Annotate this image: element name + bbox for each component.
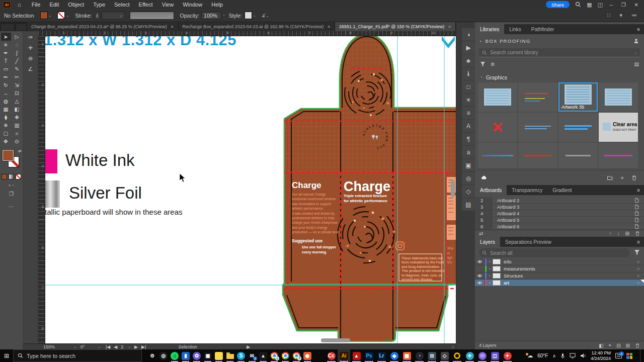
measure-tool[interactable]: ∠: [28, 66, 33, 72]
previous-artboard-button[interactable]: ◀: [114, 344, 117, 349]
tab-gradient[interactable]: Gradient: [547, 185, 577, 195]
panel-menu-icon[interactable]: ≡: [637, 239, 640, 245]
graphics-section-label[interactable]: Graphics: [486, 74, 507, 80]
zoom-tool[interactable]: ⊙: [12, 137, 22, 145]
tab-close-icon[interactable]: ✕: [448, 25, 451, 29]
artboard-row-2[interactable]: 2Artboard 2: [475, 197, 644, 204]
next-artboard-button[interactable]: ▶: [134, 344, 138, 349]
move-down-icon[interactable]: ↓: [617, 231, 620, 236]
mesh-tool[interactable]: ▦: [1, 105, 11, 113]
artboard-row-6[interactable]: 6Artboard 6: [475, 223, 644, 230]
first-artboard-button[interactable]: |◀: [106, 344, 110, 349]
layer-row-measurements[interactable]: ›measurements○: [475, 265, 644, 273]
add-item-icon[interactable]: ＋: [619, 174, 625, 182]
taskbar-mail-icon[interactable]: ✉1: [247, 349, 258, 362]
style-swatch[interactable]: [245, 12, 252, 19]
rotate-tool[interactable]: ↻: [1, 81, 11, 89]
fill-indicator[interactable]: [3, 150, 14, 161]
last-artboard-button[interactable]: ▶|: [141, 344, 146, 349]
artboard-select-icon[interactable]: ⌄: [128, 345, 131, 349]
artboard-name[interactable]: Artboard 3: [492, 204, 519, 210]
rotation-select[interactable]: 0°⌄: [80, 344, 101, 349]
artboard-tool[interactable]: ▢: [1, 129, 11, 137]
menu-type[interactable]: Type: [89, 2, 110, 8]
panel-list-icon[interactable]: ≔: [631, 12, 637, 19]
layer-name[interactable]: art: [504, 280, 509, 286]
screen-mode-icon[interactable]: ❐: [0, 191, 23, 197]
document-tab-2[interactable]: Recharge Box_expanded 2023-04-23.ai @ 16…: [179, 22, 336, 31]
column-graph-tool[interactable]: ▥: [12, 121, 22, 129]
align-icon[interactable]: ⫝̸⌄: [262, 12, 269, 19]
search-icon[interactable]: [575, 2, 581, 8]
sort-icon[interactable]: ≣: [491, 61, 495, 67]
taskbar-hue-app-icon[interactable]: ☉: [476, 349, 489, 362]
taskbar-chrome-profile-2-icon[interactable]: [280, 349, 291, 362]
draw-normal-icon[interactable]: ▪: [9, 183, 11, 188]
taskbar-search[interactable]: [13, 349, 142, 362]
layer-row-info[interactable]: ›info○: [475, 258, 644, 265]
pen-tool[interactable]: ✒: [1, 49, 11, 57]
gradient-tool[interactable]: ◧: [12, 105, 22, 113]
make-mask-icon[interactable]: ◧: [599, 343, 603, 348]
symbol-sprayer-tool[interactable]: ✵: [1, 121, 11, 129]
stroke-panel-icon[interactable]: ≡: [462, 107, 475, 119]
status-expand-icon[interactable]: ▶: [247, 344, 250, 349]
filter-icon[interactable]: [480, 61, 486, 67]
layer-row-Structure[interactable]: ›Structure○: [475, 273, 644, 280]
artboard-page-icon[interactable]: [634, 223, 639, 229]
blend-tool[interactable]: ❖: [12, 113, 22, 121]
color-panel-icon[interactable]: ◑: [462, 28, 475, 41]
back-icon[interactable]: ‹: [480, 38, 482, 44]
none-mode-button[interactable]: [16, 174, 21, 179]
taskbar-onenote-icon[interactable]: ▮: [180, 349, 191, 362]
anchor-point-tool[interactable]: ⊖: [28, 55, 33, 62]
vertical-scrollbar[interactable]: [451, 180, 455, 197]
pencil-tool[interactable]: ✏: [1, 73, 11, 81]
tab-layers[interactable]: Layers: [475, 237, 500, 247]
taskbar-screenshot-app-icon[interactable]: ◉: [302, 349, 313, 362]
library-item[interactable]: ✕: [478, 113, 517, 142]
document-info-panel-icon[interactable]: ℹ: [462, 67, 475, 80]
taskbar-creative-cloud-dark-icon[interactable]: ▲: [258, 349, 269, 362]
artboard-name[interactable]: Artboard 5: [492, 217, 519, 223]
library-item[interactable]: [518, 143, 557, 168]
glyphs-panel-icon[interactable]: a: [462, 146, 475, 158]
library-item[interactable]: [599, 82, 638, 112]
taskbar-gray-app-icon[interactable]: ◇: [438, 349, 451, 362]
library-item[interactable]: [518, 113, 557, 142]
expand-chevron-icon[interactable]: ›: [487, 259, 493, 264]
eraser-tool[interactable]: ✂: [12, 73, 22, 81]
new-sublayer-icon[interactable]: ⊟: [616, 343, 620, 348]
panel-menu-icon[interactable]: ≡: [637, 188, 640, 193]
layers-filter-icon[interactable]: [634, 249, 640, 255]
taskbar-store-icon[interactable]: ▣: [202, 349, 213, 362]
horizontal-scrollbar[interactable]: [321, 338, 350, 342]
delete-artboard-icon[interactable]: [635, 231, 640, 236]
library-select-icon[interactable]: ⌄: [634, 51, 637, 55]
line-segment-tool[interactable]: ╱: [12, 57, 22, 65]
artboard-page-icon[interactable]: [634, 210, 639, 216]
library-item[interactable]: [558, 113, 598, 142]
taskbar-calculator-icon[interactable]: ⊞: [426, 349, 438, 362]
taskbar-camera-app-icon[interactable]: ◎: [158, 349, 169, 362]
menu-file[interactable]: File: [27, 2, 45, 8]
restore-button[interactable]: ❐: [620, 2, 627, 8]
taskbar-steam-icon[interactable]: ◔: [413, 349, 426, 362]
stroke-weight-select[interactable]: ⌄: [102, 12, 125, 20]
invite-person-icon[interactable]: [633, 38, 639, 44]
opacity-expand-icon[interactable]: ›: [223, 14, 224, 17]
taskbar-design-app-icon[interactable]: ▦: [400, 349, 413, 362]
new-artboard-icon[interactable]: ⊞: [625, 231, 629, 236]
paragraph-panel-icon[interactable]: ¶: [462, 133, 475, 145]
taskbar-send-app-icon[interactable]: ✈: [463, 349, 476, 362]
asset-export-panel-icon[interactable]: ▣: [462, 159, 475, 171]
artboard-page-icon[interactable]: [634, 217, 639, 223]
perspective-grid-tool[interactable]: △: [12, 97, 22, 105]
library-search-input[interactable]: [490, 50, 630, 55]
taskbar-adobe-cc-icon[interactable]: Cc: [325, 349, 338, 362]
library-item-clear-area[interactable]: Clear area DOES NOT PRINT: [599, 113, 638, 142]
home-icon[interactable]: ⌂: [18, 2, 21, 8]
visibility-eye-icon[interactable]: [475, 280, 485, 286]
menu-help[interactable]: Help: [207, 2, 227, 8]
visibility-empty[interactable]: [475, 265, 485, 272]
